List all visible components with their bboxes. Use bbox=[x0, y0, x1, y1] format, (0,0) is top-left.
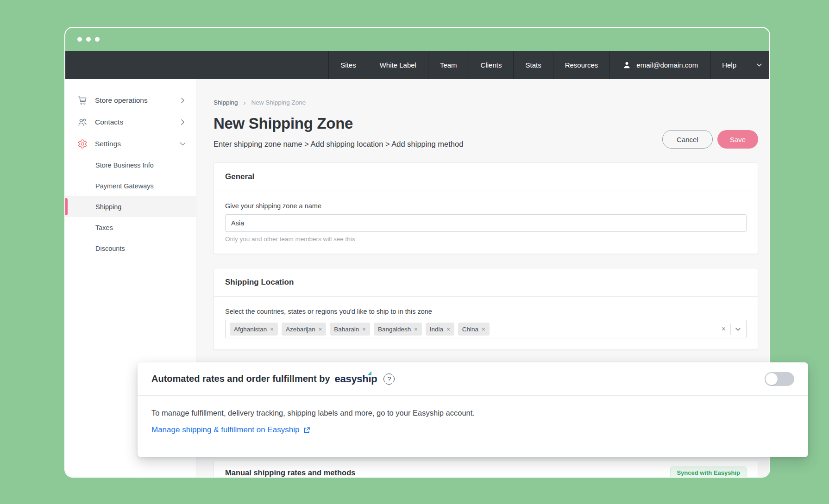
page-title: New Shipping Zone bbox=[214, 115, 463, 132]
help-label: Help bbox=[722, 61, 736, 69]
window-control-dot[interactable] bbox=[77, 37, 82, 42]
chip-label: China bbox=[462, 326, 478, 333]
zone-name-helper: Only you and other team members will see… bbox=[225, 236, 747, 243]
easyship-manage-link[interactable]: Manage shipping & fulfillment on Easyshi… bbox=[151, 425, 794, 435]
sidebar-subitem-label: Taxes bbox=[95, 224, 113, 231]
help-tooltip-icon[interactable]: ? bbox=[383, 373, 395, 385]
manual-shipping-title: Manual shipping rates and methods bbox=[225, 468, 355, 477]
external-link-icon bbox=[303, 427, 310, 434]
manual-shipping-header: Manual shipping rates and methods Synced… bbox=[214, 460, 758, 478]
account-email: email@domain.com bbox=[636, 61, 698, 69]
chip-remove-icon[interactable]: × bbox=[270, 326, 274, 333]
cancel-button[interactable]: Cancel bbox=[662, 130, 713, 149]
chevron-down-icon bbox=[180, 142, 186, 146]
sidebar-item-label: Store operations bbox=[95, 96, 148, 105]
country-chip[interactable]: Azebarijan × bbox=[282, 323, 326, 336]
sidebar-item-store-operations[interactable]: Store operations bbox=[65, 89, 196, 111]
chip-remove-icon[interactable]: × bbox=[446, 326, 450, 333]
manual-shipping-card: Manual shipping rates and methods Synced… bbox=[214, 460, 758, 478]
people-icon bbox=[77, 117, 88, 127]
navbar-spacer bbox=[65, 51, 328, 79]
easyship-panel: Automated rates and order fulfillment by… bbox=[138, 362, 808, 457]
chip-remove-icon[interactable]: × bbox=[482, 326, 485, 333]
easyship-description: To manage fulfillment, delivery tracking… bbox=[151, 409, 794, 417]
user-icon bbox=[622, 61, 631, 69]
nav-item-sites[interactable]: Sites bbox=[328, 51, 367, 79]
chip-remove-icon[interactable]: × bbox=[414, 326, 418, 333]
sidebar-item-payment-gateways[interactable]: Payment Gateways bbox=[65, 175, 196, 196]
general-card-title: General bbox=[214, 163, 758, 191]
chevron-right-icon bbox=[181, 119, 185, 125]
breadcrumb-current: New Shipping Zone bbox=[251, 99, 306, 106]
sidebar-item-contacts[interactable]: Contacts bbox=[65, 111, 196, 133]
breadcrumb-separator-icon: › bbox=[244, 99, 246, 106]
steps-indicator: Enter shipping zone name > Add shipping … bbox=[214, 140, 463, 149]
easyship-panel-body: To manage fulfillment, delivery tracking… bbox=[138, 396, 808, 448]
country-chip[interactable]: Baharain × bbox=[330, 323, 370, 336]
nav-help-menu[interactable]: Help bbox=[710, 51, 769, 79]
window-control-dot[interactable] bbox=[86, 37, 91, 42]
page-actions: Cancel Save bbox=[662, 130, 758, 149]
clear-all-icon[interactable]: × bbox=[722, 325, 726, 333]
page-header-text: New Shipping Zone Enter shipping zone na… bbox=[214, 115, 463, 149]
general-card-body: Give your shipping zone a name Only you … bbox=[214, 191, 758, 254]
chip-label: Bangaldesh bbox=[378, 326, 411, 333]
chevron-right-icon bbox=[181, 97, 185, 104]
sidebar-subitem-label: Payment Gateways bbox=[95, 182, 154, 190]
easyship-panel-title: Automated rates and order fulfillment by bbox=[151, 373, 330, 384]
country-multiselect[interactable]: Afghanistan × Azebarijan × Baharain × bbox=[225, 320, 747, 338]
window-control-dot[interactable] bbox=[95, 37, 100, 42]
gear-icon bbox=[77, 139, 88, 149]
cart-icon bbox=[77, 95, 88, 106]
nav-item-clients[interactable]: Clients bbox=[469, 51, 514, 79]
synced-badge: Synced with Easyship bbox=[670, 467, 747, 478]
nav-item-stats[interactable]: Stats bbox=[513, 51, 553, 79]
sidebar-item-shipping[interactable]: Shipping bbox=[65, 196, 196, 217]
sidebar-subitem-label: Discounts bbox=[95, 245, 125, 252]
multiselect-divider bbox=[730, 324, 731, 335]
chevron-down-icon[interactable] bbox=[735, 328, 741, 331]
sidebar-subitem-label: Shipping bbox=[95, 203, 121, 211]
window-titlebar bbox=[65, 28, 769, 51]
chip-remove-icon[interactable]: × bbox=[362, 326, 366, 333]
location-select-label: Select the countries, states or regions … bbox=[225, 308, 747, 315]
save-button[interactable]: Save bbox=[717, 130, 758, 149]
chip-label: Afghanistan bbox=[234, 326, 267, 333]
nav-item-resources[interactable]: Resources bbox=[553, 51, 610, 79]
page-header: New Shipping Zone Enter shipping zone na… bbox=[214, 115, 758, 149]
nav-account-menu[interactable]: email@domain.com bbox=[609, 51, 710, 79]
zone-name-label: Give your shipping zone a name bbox=[225, 202, 747, 210]
easyship-toggle[interactable] bbox=[765, 372, 794, 386]
chip-label: Azebarijan bbox=[286, 326, 315, 333]
sidebar-item-discounts[interactable]: Discounts bbox=[65, 238, 196, 259]
country-chip[interactable]: Afghanistan × bbox=[230, 323, 278, 336]
country-chip[interactable]: Bangaldesh × bbox=[374, 323, 422, 336]
multiselect-controls: × bbox=[722, 324, 741, 335]
sidebar-subitem-label: Store Business Info bbox=[95, 162, 154, 169]
country-chip[interactable]: India × bbox=[426, 323, 454, 336]
top-navbar: Sites White Label Team Clients Stats Res… bbox=[65, 51, 769, 79]
sidebar-item-label: Settings bbox=[95, 140, 121, 148]
easyship-panel-header: Automated rates and order fulfillment by… bbox=[138, 362, 808, 396]
nav-item-white-label[interactable]: White Label bbox=[368, 51, 428, 79]
general-card: General Give your shipping zone a name O… bbox=[214, 162, 758, 254]
sidebar-item-settings[interactable]: Settings bbox=[65, 133, 196, 155]
easyship-logo-i: ı bbox=[368, 373, 371, 385]
breadcrumb: Shipping › New Shipping Zone bbox=[214, 99, 758, 106]
easyship-logo: easyshıp bbox=[335, 373, 377, 385]
shipping-location-card: Shipping Location Select the countries, … bbox=[214, 268, 758, 350]
country-chip[interactable]: China × bbox=[458, 323, 490, 336]
chip-remove-icon[interactable]: × bbox=[319, 326, 322, 333]
nav-item-team[interactable]: Team bbox=[428, 51, 469, 79]
sidebar-item-taxes[interactable]: Taxes bbox=[65, 217, 196, 238]
shipping-location-title: Shipping Location bbox=[214, 268, 758, 297]
sidebar-item-label: Contacts bbox=[95, 118, 123, 126]
chip-label: Baharain bbox=[334, 326, 359, 333]
sidebar-item-store-business-info[interactable]: Store Business Info bbox=[65, 155, 196, 175]
easyship-link-label: Manage shipping & fulfillment on Easyshi… bbox=[151, 425, 299, 435]
breadcrumb-shipping[interactable]: Shipping bbox=[214, 99, 238, 106]
toggle-knob bbox=[766, 373, 778, 385]
shipping-location-body: Select the countries, states or regions … bbox=[214, 297, 758, 349]
zone-name-input[interactable] bbox=[225, 214, 747, 232]
chip-label: India bbox=[430, 326, 443, 333]
